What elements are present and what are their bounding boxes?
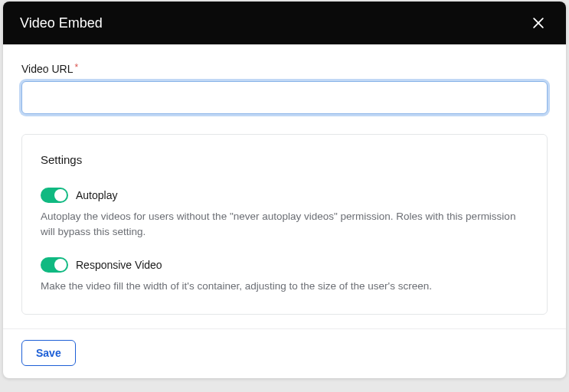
video-url-label-text: Video URL: [21, 63, 73, 75]
responsive-label: Responsive Video: [76, 259, 162, 271]
settings-panel: Settings Autoplay Autoplay the videos fo…: [21, 134, 548, 315]
toggle-knob-icon: [54, 259, 67, 271]
close-button[interactable]: [528, 12, 549, 34]
toggle-knob-icon: [54, 189, 67, 201]
modal-header: Video Embed: [3, 2, 566, 44]
setting-autoplay: Autoplay Autoplay the videos for users w…: [41, 188, 528, 239]
autoplay-toggle[interactable]: [41, 188, 68, 203]
video-url-input[interactable]: [21, 81, 548, 114]
autoplay-description: Autoplay the videos for users without th…: [41, 209, 528, 239]
save-button[interactable]: Save: [21, 340, 76, 366]
modal-footer: Save: [3, 328, 566, 378]
required-indicator: *: [74, 62, 78, 73]
settings-title: Settings: [41, 153, 528, 166]
autoplay-label: Autoplay: [76, 189, 117, 201]
modal-title: Video Embed: [20, 15, 103, 31]
responsive-description: Make the video fill the width of it's co…: [41, 279, 528, 294]
setting-autoplay-head: Autoplay: [41, 188, 528, 203]
video-embed-modal: Video Embed Video URL * Settings Autopla…: [3, 2, 566, 378]
close-icon: [531, 15, 546, 31]
setting-responsive: Responsive Video Make the video fill the…: [41, 257, 528, 294]
video-url-label: Video URL *: [21, 63, 548, 75]
setting-responsive-head: Responsive Video: [41, 257, 528, 273]
modal-body: Video URL * Settings Autoplay Autoplay t…: [3, 44, 566, 328]
responsive-toggle[interactable]: [41, 257, 68, 273]
